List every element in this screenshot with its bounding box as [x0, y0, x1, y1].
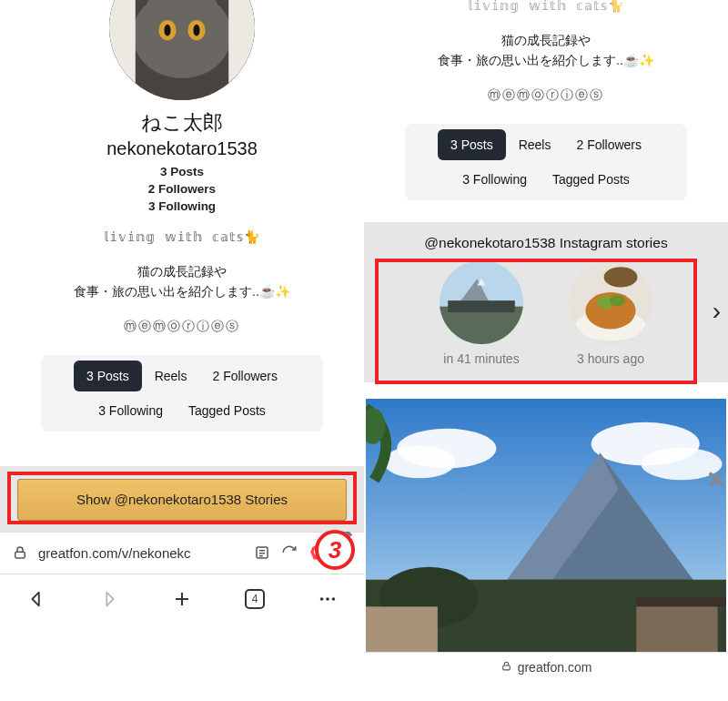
- lock-icon: [500, 660, 512, 675]
- url-text: greatfon.com/v/nekonekc: [38, 545, 244, 561]
- story-item-2[interactable]: 3 hours ago: [569, 260, 652, 366]
- story-thumb-1: [440, 260, 523, 344]
- svg-point-18: [332, 597, 336, 601]
- svg-rect-8: [15, 553, 25, 559]
- stories-title: @nekonekotaro1538 Instagram stories: [373, 235, 719, 251]
- tab-following[interactable]: 3 Following: [86, 395, 176, 426]
- tab-reels[interactable]: Reels: [142, 361, 200, 391]
- menu-icon[interactable]: [311, 583, 344, 615]
- svg-rect-6: [109, 0, 136, 100]
- reload-icon[interactable]: [280, 544, 298, 562]
- stat-followers: 2 Followers: [148, 182, 216, 196]
- svg-rect-7: [228, 0, 255, 100]
- svg-rect-39: [366, 606, 438, 652]
- story-item-1[interactable]: in 41 minutes: [440, 260, 523, 366]
- svg-rect-43: [502, 665, 510, 670]
- story-caption-1: in 41 minutes: [443, 351, 519, 366]
- bio-description: 猫の成長記録や 食事・旅の思い出を紹介します..☕✨: [438, 30, 654, 71]
- lock-icon: [11, 544, 29, 562]
- cat-icon: 🐈: [244, 230, 260, 245]
- tab-posts[interactable]: 3 Posts: [438, 129, 506, 160]
- stat-following: 3 Following: [148, 199, 216, 213]
- profile-tabs: 3 Posts Reels 2 Followers 3 Following Ta…: [41, 355, 323, 432]
- tabs-button[interactable]: 4: [238, 583, 271, 615]
- svg-point-4: [164, 25, 170, 36]
- svg-point-32: [383, 445, 455, 478]
- chevron-right-icon[interactable]: ›: [713, 297, 721, 326]
- display-name: ねこ太郎: [141, 109, 223, 137]
- stories-panel: @nekonekotaro1538 Instagram stories in 4…: [364, 222, 728, 382]
- tab-followers[interactable]: 2 Followers: [199, 361, 290, 391]
- bio-memories: ⓜⓔⓜⓞⓡⓘⓔⓢ: [124, 319, 240, 335]
- post-photo[interactable]: [366, 399, 726, 652]
- stat-posts: 3 Posts: [160, 165, 204, 178]
- cat-icon: 🐈: [608, 0, 624, 14]
- bio-tagline: 𝕝𝕚𝕧𝕚𝕟𝕘 𝕨𝕚𝕥𝕙 𝕔𝕒𝕥𝕤🐈: [468, 0, 623, 14]
- bio-description: 猫の成長記録や 食事・旅の思い出を紹介します..☕✨: [74, 261, 290, 302]
- profile-tabs: 3 Posts Reels 2 Followers 3 Following Ta…: [405, 124, 687, 200]
- annotation-callout-3: 3: [315, 530, 355, 570]
- tab-followers[interactable]: 2 Followers: [563, 129, 654, 160]
- bio-memories: ⓜⓔⓜⓞⓡⓘⓔⓢ: [488, 87, 604, 104]
- tab-following[interactable]: 3 Following: [450, 164, 540, 195]
- browser-url-bar[interactable]: greatfon.com: [364, 652, 728, 683]
- svg-rect-40: [636, 603, 717, 652]
- show-stories-button[interactable]: Show @nekonekotaro1538 Stories: [17, 479, 347, 521]
- svg-point-5: [193, 25, 199, 36]
- story-caption-2: 3 hours ago: [577, 351, 644, 366]
- url-text: greatfon.com: [518, 660, 592, 675]
- bio-tagline: 𝕝𝕚𝕧𝕚𝕟𝕘 𝕨𝕚𝕥𝕙 𝕔𝕒𝕥𝕤🐈: [104, 229, 259, 245]
- story-thumb-2: [569, 260, 652, 344]
- tab-reels[interactable]: Reels: [506, 129, 564, 160]
- svg-point-29: [604, 267, 638, 287]
- forward-icon[interactable]: [93, 583, 126, 615]
- browser-url-bar[interactable]: greatfon.com/v/nekonekc ?: [0, 532, 364, 574]
- svg-rect-23: [448, 300, 515, 312]
- tab-tagged[interactable]: Tagged Posts: [176, 395, 278, 426]
- tab-posts[interactable]: 3 Posts: [74, 361, 142, 391]
- show-stories-panel: Show @nekonekotaro1538 Stories: [0, 466, 364, 532]
- svg-point-17: [326, 597, 329, 601]
- tab-tagged[interactable]: Tagged Posts: [540, 164, 642, 195]
- new-tab-icon[interactable]: [166, 583, 198, 615]
- avatar[interactable]: [109, 0, 255, 100]
- reader-icon[interactable]: [253, 544, 271, 562]
- back-icon[interactable]: [20, 583, 53, 615]
- svg-point-16: [320, 597, 324, 601]
- svg-point-28: [610, 295, 625, 307]
- close-icon[interactable]: ✕: [706, 466, 726, 494]
- browser-nav-bar: 4: [0, 574, 364, 625]
- username: nekonekotaro1538: [106, 138, 258, 159]
- svg-rect-41: [636, 597, 726, 606]
